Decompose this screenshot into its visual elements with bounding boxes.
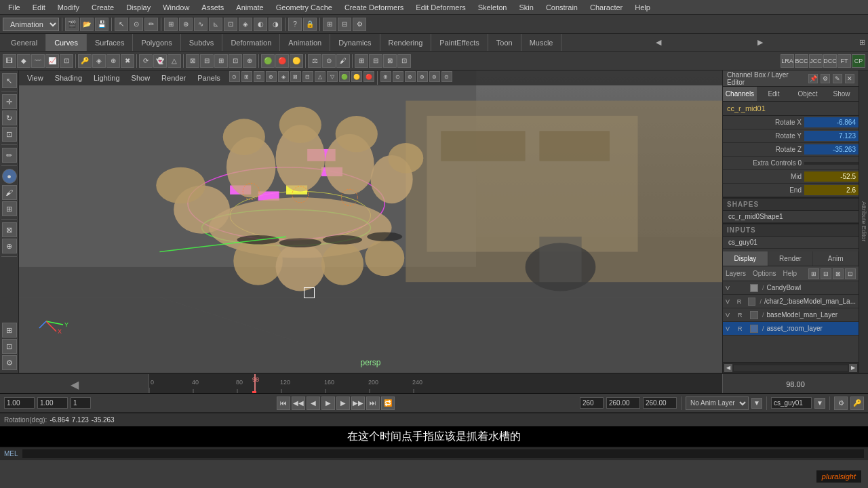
move-tool[interactable]: ✛ [2, 94, 17, 109]
vp-icon9[interactable]: ▽ [327, 71, 338, 82]
tab-muscle[interactable]: Muscle [521, 34, 562, 51]
save-icon[interactable]: 💾 [95, 18, 108, 31]
layer-name-1[interactable]: CandyBowl [767, 284, 856, 291]
range-start-input[interactable]: 1.00 [4, 397, 35, 409]
ch-tab-object[interactable]: Object [791, 87, 825, 101]
le-tab-anim[interactable]: Anim [813, 251, 859, 266]
layer-row-char2[interactable]: V R / /char2_:baseModel_man_La... [723, 295, 859, 308]
influence-icon[interactable]: ⊙ [322, 54, 336, 68]
layer-v-4[interactable]: V [726, 325, 735, 332]
scale-tool[interactable]: ⊡ [2, 127, 17, 142]
channel-box-close-icon[interactable]: ✕ [845, 74, 854, 83]
select-icon[interactable]: ↖ [115, 18, 128, 31]
layer-name-3[interactable]: baseModel_man_Layer [767, 311, 856, 319]
menu-edit[interactable]: Edit [27, 2, 51, 13]
tab-scroll-left[interactable]: ◀ [653, 34, 664, 52]
pivot-tool[interactable]: ⊕ [2, 239, 17, 253]
layer-name-4[interactable]: asset_:room_layer [767, 325, 856, 332]
dope-icon[interactable]: ⊡ [60, 54, 73, 68]
layer-icon4[interactable]: ⊡ [845, 268, 856, 279]
graph-icon[interactable]: 📈 [45, 54, 59, 68]
menu-constrain[interactable]: Constrain [540, 2, 583, 13]
vp-icon16[interactable]: ⊛ [417, 71, 428, 82]
layer-icon3[interactable]: ⊠ [833, 268, 844, 279]
char-key-btn[interactable]: 🔑 [850, 396, 864, 410]
view-icon2[interactable]: ⊟ [338, 18, 351, 31]
vp-icon13[interactable]: ⊕ [380, 71, 391, 82]
lra-btn[interactable]: LRA [781, 54, 794, 68]
layer-icon2[interactable]: ⊟ [821, 268, 831, 279]
menu-edit-deformers[interactable]: Edit Deformers [410, 2, 471, 13]
vp-icon3[interactable]: ⊡ [254, 71, 264, 82]
fps-end-input[interactable]: 260.00 [643, 397, 677, 409]
paint-icon[interactable]: ✏ [144, 18, 158, 31]
lock-icon[interactable]: 🔒 [303, 18, 317, 31]
mel-input[interactable] [22, 449, 864, 458]
layer-r-3[interactable]: R [738, 312, 747, 319]
view2-icon[interactable]: ⊟ [369, 54, 382, 68]
layer-v-2[interactable]: V [726, 298, 734, 305]
ch-value-mid[interactable]: -52.5 [804, 171, 859, 182]
vp-menu-panels[interactable]: Panels [192, 73, 226, 83]
skip-to-end-btn[interactable]: ⏭ [366, 396, 380, 410]
ch-tab-channels[interactable]: Channels [723, 87, 757, 101]
magnet-icon[interactable]: ⊕ [179, 18, 193, 31]
options-menu[interactable]: Options [753, 270, 776, 277]
lasso-icon[interactable]: ⊙ [130, 18, 143, 31]
grid-view-tool[interactable]: ⊞ [2, 323, 17, 338]
delete-key-icon[interactable]: ✖ [121, 54, 134, 68]
menu-modify[interactable]: Modify [52, 2, 85, 13]
vp-icon10[interactable]: 🟢 [339, 71, 350, 82]
menu-help[interactable]: Help [629, 2, 656, 13]
help-menu[interactable]: Help [783, 270, 797, 277]
menu-skeleton[interactable]: Skeleton [473, 2, 513, 13]
channel-box-edit-icon[interactable]: ✎ [833, 74, 842, 83]
menu-file[interactable]: File [3, 2, 26, 13]
view3-icon[interactable]: ⊠ [383, 54, 397, 68]
tab-general[interactable]: General [3, 34, 46, 51]
char1-icon[interactable]: 🟢 [261, 54, 275, 68]
bcc-btn[interactable]: BCC [795, 54, 808, 68]
ch-tab-show[interactable]: Show [825, 87, 859, 101]
anim-icon[interactable]: ◈ [239, 18, 252, 31]
set-key-icon[interactable]: 🔑 [78, 54, 92, 68]
paint-tool[interactable]: ✏ [2, 148, 17, 163]
vp-icon11[interactable]: 🟡 [351, 71, 362, 82]
loop-btn[interactable]: 🔁 [381, 396, 395, 410]
tab-options[interactable]: ⊞ [857, 34, 868, 52]
layer-row-asset[interactable]: V R / asset_:room_layer [723, 322, 859, 336]
char-settings-btn[interactable]: ⚙ [834, 396, 848, 410]
special-tool[interactable]: ⚙ [2, 355, 17, 370]
vp-icon17[interactable]: ⊜ [429, 71, 440, 82]
constraint2-icon[interactable]: ⊟ [200, 54, 214, 68]
ghost-icon[interactable]: 👻 [153, 54, 167, 68]
layer-row-basemodel[interactable]: V R / baseModel_man_Layer [723, 308, 859, 322]
vp-menu-lighting[interactable]: Lighting [88, 73, 125, 83]
ch-value-ry[interactable]: 7.123 [804, 131, 859, 141]
tab-polygons[interactable]: Polygons [133, 34, 180, 51]
character-arrow[interactable]: ▼ [814, 398, 825, 409]
layer-row-candybowl[interactable]: V / CandyBowl [723, 281, 859, 295]
question-icon[interactable]: ? [288, 18, 302, 31]
constraint1-icon[interactable]: ⊠ [186, 54, 199, 68]
character-input[interactable]: cs_guy01 [771, 397, 812, 409]
view1-icon[interactable]: ⊞ [355, 54, 368, 68]
layer-v-1[interactable]: V [726, 285, 735, 291]
prev-key-btn[interactable]: ◀◀ [292, 396, 305, 410]
vp-icon8[interactable]: △ [315, 71, 326, 82]
menu-assets[interactable]: Assets [196, 2, 229, 13]
vp-icon1[interactable]: ⊙ [229, 71, 240, 82]
tab-painteffects[interactable]: PaintEffects [431, 34, 488, 51]
anim-layer-arrow[interactable]: ▼ [751, 398, 762, 409]
timeline-ruler[interactable]: 0 40 80 120 160 200 240 98 [149, 374, 722, 394]
vp-icon14[interactable]: ⊙ [393, 71, 403, 82]
vp-icon6[interactable]: ⊠ [290, 71, 301, 82]
menu-window[interactable]: Window [157, 2, 195, 13]
layer-scrollbar[interactable]: ◀ ▶ [723, 362, 859, 373]
tab-dynamics[interactable]: Dynamics [330, 34, 380, 51]
ft-btn[interactable]: FT [837, 54, 851, 68]
ch-value-extra[interactable] [804, 162, 859, 165]
breakdown-icon[interactable]: ◈ [92, 54, 106, 68]
open-icon[interactable]: 📂 [80, 18, 94, 31]
anim-end-input[interactable]: 260.00 [606, 397, 640, 409]
